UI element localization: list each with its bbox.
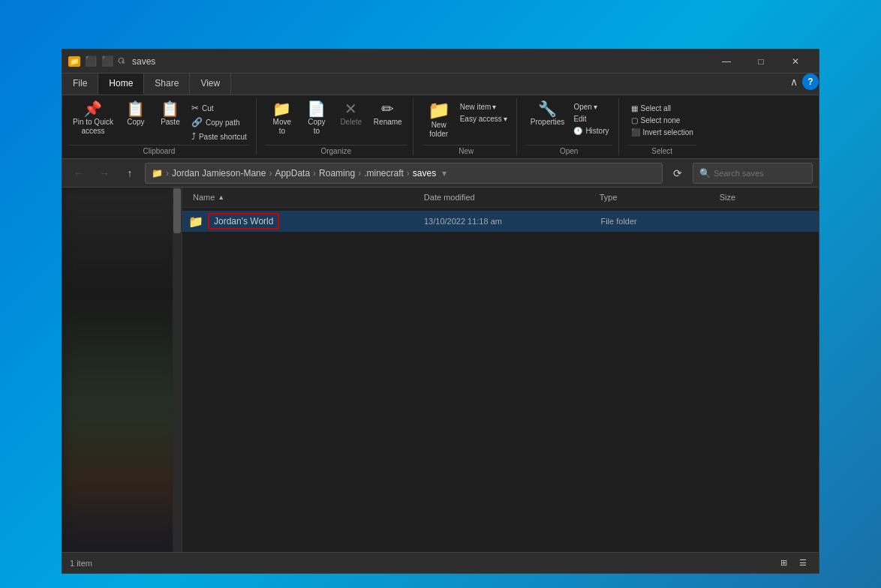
invert-icon: ⬛: [631, 128, 640, 136]
back-button[interactable]: ←: [68, 163, 89, 184]
copy-icon: 📋: [126, 101, 145, 116]
list-view-button[interactable]: ☰: [795, 555, 811, 572]
address-path[interactable]: 📁 › Jordan Jamieson-Mane › AppData › Roa…: [145, 163, 663, 184]
select-group: ▦ Select all ▢ Select none ⬛ Invert sele…: [628, 98, 702, 155]
file-pane: Name ▲ Date modified Type Size 📁 Jordan'…: [182, 188, 819, 552]
paste-shortcut-icon: ⤴: [191, 131, 196, 142]
refresh-button[interactable]: ⟳: [667, 163, 688, 184]
sidebar-content: [62, 188, 182, 552]
pin-label: Pin to Quickaccess: [73, 118, 113, 136]
move-to-button[interactable]: 📁 Moveto: [266, 98, 299, 139]
select-none-icon: ▢: [631, 116, 638, 124]
file-name-text: Jordan's World: [208, 213, 279, 230]
forward-button[interactable]: →: [94, 163, 115, 184]
clipboard-items: 📌 Pin to Quickaccess 📋 Copy 📋 Paste: [68, 98, 250, 143]
col-header-size[interactable]: Size: [715, 190, 813, 204]
close-button[interactable]: ✕: [778, 50, 813, 74]
open-chevron: ▾: [594, 103, 597, 111]
breadcrumb-expand[interactable]: ▾: [442, 168, 447, 178]
sidebar-scrollbar-thumb: [173, 188, 181, 233]
file-item-date: 13/10/2022 11:18 am: [424, 217, 600, 226]
ribbon-collapse-button[interactable]: ∧: [786, 74, 802, 90]
new-group: 📁 Newfolder New item ▾ Easy access ▾ New: [422, 98, 517, 155]
breadcrumb-user[interactable]: Jordan Jamieson-Mane: [172, 168, 266, 178]
organize-items: 📁 Moveto 📄 Copyto ✕ Delete ✏ Rename: [266, 98, 407, 143]
rename-button[interactable]: ✏ Rename: [369, 98, 407, 130]
breadcrumb-roaming[interactable]: Roaming: [319, 168, 355, 178]
paste-icon: 📋: [161, 101, 179, 116]
title-bar-icons: 📁: [68, 56, 80, 67]
new-folder-label: Newfolder: [429, 121, 448, 139]
sort-arrow: ▲: [218, 194, 224, 201]
sidebar-scrollbar[interactable]: [173, 188, 182, 552]
organize-label: Organize: [266, 145, 407, 155]
col-header-type[interactable]: Type: [595, 190, 715, 204]
tab-view[interactable]: View: [190, 74, 231, 94]
status-bar: 1 item ⊞ ☰: [62, 552, 819, 573]
move-to-label: Moveto: [273, 118, 291, 136]
maximize-button[interactable]: □: [744, 50, 778, 74]
new-items: 📁 Newfolder New item ▾ Easy access ▾: [422, 98, 510, 143]
help-button[interactable]: ?: [802, 74, 819, 90]
invert-selection-button[interactable]: ⬛ Invert selection: [628, 127, 696, 138]
copy-to-label: Copyto: [308, 118, 325, 136]
breadcrumb-saves[interactable]: saves: [413, 168, 436, 178]
new-label: New: [422, 145, 510, 155]
new-item-chevron: ▾: [492, 103, 496, 111]
file-item-name: 📁 Jordan's World: [188, 213, 424, 230]
rename-icon: ✏: [381, 101, 394, 116]
file-list: 📁 Jordan's World 13/10/2022 11:18 am Fil…: [182, 208, 819, 552]
paste-button[interactable]: 📋 Paste: [154, 98, 187, 130]
copy-path-button[interactable]: 🔗 Copy path: [188, 116, 250, 129]
copy-to-button[interactable]: 📄 Copyto: [300, 98, 333, 139]
ribbon: 📌 Pin to Quickaccess 📋 Copy 📋 Paste: [62, 95, 819, 159]
cut-button[interactable]: ✂ Cut: [188, 101, 250, 115]
minimize-button[interactable]: —: [709, 50, 744, 74]
open-label: Open: [526, 145, 612, 155]
copy-path-icon: 🔗: [191, 117, 203, 128]
properties-icon: 🔧: [538, 101, 557, 116]
open-small-btns: Open ▾ Edit 🕐 History: [570, 101, 612, 136]
cut-icon: ✂: [191, 103, 199, 113]
easy-access-chevron: ▾: [504, 115, 507, 123]
clipboard-label: Clipboard: [68, 145, 250, 155]
tab-file[interactable]: File: [62, 74, 98, 94]
tab-home[interactable]: Home: [98, 74, 144, 94]
pin-quick-access-button[interactable]: 📌 Pin to Quickaccess: [68, 98, 118, 139]
new-item-button[interactable]: New item ▾: [457, 101, 510, 112]
pin-icon: 📌: [83, 101, 102, 116]
easy-access-button[interactable]: Easy access ▾: [457, 113, 510, 124]
new-small-btns: New item ▾ Easy access ▾: [457, 101, 510, 124]
col-header-name[interactable]: Name ▲: [188, 190, 419, 204]
details-view-button[interactable]: ⊞: [775, 555, 792, 572]
paste-label: Paste: [161, 118, 180, 127]
select-all-button[interactable]: ▦ Select all: [628, 103, 696, 114]
move-to-icon: 📁: [272, 101, 291, 116]
copy-button[interactable]: 📋 Copy: [119, 98, 152, 130]
open-button[interactable]: Open ▾: [570, 101, 612, 112]
delete-button[interactable]: ✕ Delete: [335, 98, 368, 130]
folder-icon: 📁: [188, 214, 203, 229]
col-header-date[interactable]: Date modified: [419, 190, 595, 204]
search-input[interactable]: [714, 169, 806, 178]
select-none-button[interactable]: ▢ Select none: [628, 115, 696, 126]
window-title: saves: [132, 56, 709, 67]
breadcrumb-minecraft[interactable]: .minecraft: [364, 168, 404, 178]
rename-label: Rename: [374, 118, 402, 127]
breadcrumb-appdata[interactable]: AppData: [275, 168, 310, 178]
select-all-icon: ▦: [631, 104, 638, 112]
sidebar: [62, 188, 182, 552]
paste-shortcut-button[interactable]: ⤴ Paste shortcut: [188, 130, 250, 143]
up-button[interactable]: ↑: [119, 163, 140, 184]
history-icon: 🕐: [573, 127, 582, 135]
clipboard-group: 📌 Pin to Quickaccess 📋 Copy 📋 Paste: [68, 98, 257, 155]
tab-share[interactable]: Share: [144, 74, 190, 94]
file-explorer-window: 📁 ⬛ ⬛ ⟳ saves — □ ✕ File Home Share View…: [62, 49, 819, 574]
history-button[interactable]: 🕐 History: [570, 125, 612, 136]
new-folder-button[interactable]: 📁 Newfolder: [422, 98, 456, 142]
delete-icon: ✕: [344, 101, 357, 116]
edit-button[interactable]: Edit: [570, 113, 612, 124]
search-box: 🔍: [693, 163, 813, 184]
file-item-jordans-world[interactable]: 📁 Jordan's World 13/10/2022 11:18 am Fil…: [182, 211, 819, 232]
properties-button[interactable]: 🔧 Properties: [526, 98, 570, 130]
